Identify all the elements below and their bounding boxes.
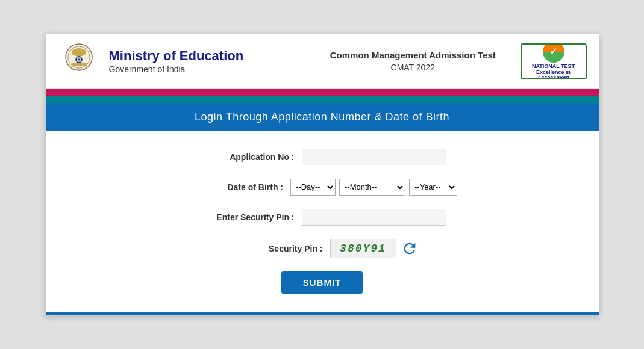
captcha-row: Security Pin : 380Y91 (58, 239, 587, 258)
dob-day-select[interactable]: --Day-- (290, 179, 336, 196)
submit-button[interactable]: SUBMIT (281, 271, 363, 294)
captcha-label: Security Pin : (227, 244, 323, 253)
svg-rect-12 (71, 63, 87, 66)
security-pin-input[interactable] (302, 209, 446, 226)
application-no-input[interactable] (302, 149, 446, 165)
crimson-bar (46, 89, 599, 96)
page-container: सत्यमेव जयते Ministry of Education Gover… (45, 34, 599, 316)
dob-row: Date of Birth : --Day-- --Month-- Januar… (58, 179, 587, 196)
bottom-bar (46, 312, 599, 315)
captcha-display: 380Y91 (330, 239, 396, 258)
form-area: Application No : Date of Birth : --Day--… (46, 131, 599, 312)
svg-point-5 (77, 49, 81, 54)
emblem-logo: सत्यमेव जयते (58, 40, 100, 82)
nta-logo: ✓ NATIONAL TEST Excellence in Assessment (521, 43, 587, 79)
exam-info: Common Management Admission Test CMAT 20… (311, 50, 514, 72)
application-no-row: Application No : (58, 149, 587, 165)
nta-circle-icon: ✓ (543, 43, 564, 63)
svg-text:सत्यमेव जयते: सत्यमेव जयते (70, 67, 86, 71)
nta-logo-area: ✓ NATIONAL TEST Excellence in Assessment (514, 43, 587, 79)
refresh-captcha-icon[interactable] (401, 240, 418, 257)
dob-group: --Day-- --Month-- JanuaryFebruaryMarch A… (290, 179, 457, 196)
dob-month-select[interactable]: --Month-- JanuaryFebruaryMarch AprilMayJ… (339, 179, 405, 196)
dob-year-select[interactable]: --Year-- (409, 179, 457, 196)
nta-subtext: Excellence in Assessment (525, 70, 582, 79)
ministry-name: Ministry of Education (109, 48, 312, 64)
login-title: Login Through Application Number & Date … (58, 111, 587, 123)
govt-name: Government of India (109, 64, 312, 74)
dob-label: Date of Birth : (187, 182, 283, 192)
exam-code: CMAT 2022 (311, 63, 514, 72)
submit-row: SUBMIT (58, 271, 587, 294)
exam-full-name: Common Management Admission Test (311, 50, 514, 60)
application-no-label: Application No : (198, 152, 295, 162)
teal-bar (46, 96, 599, 103)
captcha-group: 380Y91 (330, 239, 418, 258)
security-pin-label: Enter Security Pin : (198, 212, 295, 222)
security-pin-row: Enter Security Pin : (58, 209, 587, 226)
header: सत्यमेव जयते Ministry of Education Gover… (46, 34, 599, 89)
header-title-block: Ministry of Education Government of Indi… (109, 48, 312, 73)
login-title-bar: Login Through Application Number & Date … (46, 103, 599, 131)
